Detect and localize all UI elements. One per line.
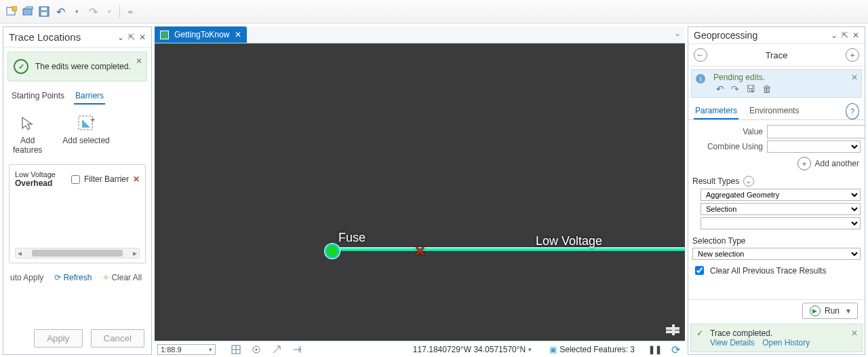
pending-redo-icon[interactable]: ↷ <box>731 83 739 94</box>
run-dropdown-icon[interactable]: ▾ <box>846 306 850 316</box>
trace-locations-pane: Trace Locations ⌄ ⇱ ✕ ✓ The edits were c… <box>3 26 152 355</box>
result-type-row-3 <box>692 217 861 229</box>
play-icon: ▶ <box>810 305 821 316</box>
tabstrip-collapse-icon[interactable]: ⌄ <box>674 29 681 38</box>
pause-draw-icon[interactable]: ❚❚ <box>648 343 662 356</box>
map-tab-swatch-icon <box>160 31 169 39</box>
chevron-down-icon[interactable]: ⌄ <box>743 176 754 187</box>
pending-undo-icon[interactable]: ↶ <box>716 83 724 94</box>
tab-barriers[interactable]: Barriers <box>74 88 105 105</box>
coords-dropdown-icon[interactable]: ▾ <box>528 346 532 353</box>
barrier-actions: uto Apply ⟳ Refresh ✧ Clear All <box>3 267 151 288</box>
combine-select[interactable] <box>767 140 861 153</box>
tab-starting-points[interactable]: Starting Points <box>10 88 66 105</box>
value-input[interactable] <box>767 125 865 138</box>
clear-all-button[interactable]: ✧ Clear All <box>102 273 142 282</box>
chevron-down-icon[interactable]: ⌄ <box>117 33 124 42</box>
pin-icon[interactable]: ⇱ <box>128 33 135 42</box>
cancel-button[interactable]: Cancel <box>91 329 145 347</box>
snap-point-icon[interactable] <box>250 343 263 356</box>
redo-icon[interactable]: ↷ <box>87 5 99 18</box>
run-button[interactable]: ▶ Run ▾ <box>802 303 858 319</box>
selected-features[interactable]: ▣ Selected Features: 3 <box>549 345 635 354</box>
close-icon[interactable]: ✕ <box>852 31 859 40</box>
new-project-icon[interactable] <box>5 5 18 18</box>
add-icon: ＋ <box>797 157 811 170</box>
map-canvas[interactable]: Fuse Low Voltage Meter ✕ <box>155 43 685 341</box>
basemap-icon[interactable] <box>666 324 679 335</box>
h-scrollbar[interactable]: ◂ ▸ <box>15 248 140 259</box>
pending-save-icon[interactable]: 🖫 <box>746 83 755 94</box>
tab-environments[interactable]: Environments <box>748 103 800 119</box>
back-icon[interactable]: ← <box>694 48 707 62</box>
barrier-row[interactable]: Low Voltage Overhead Filter Barrier ✕ <box>14 169 141 189</box>
result-types-header[interactable]: Result Types ⌄ <box>692 176 861 187</box>
undo-dropdown-icon[interactable]: ▾ <box>71 5 83 18</box>
low-voltage-label: Low Voltage <box>536 234 602 248</box>
gp-tool-name: Trace <box>707 50 846 60</box>
done-close-icon[interactable]: ✕ <box>851 328 858 338</box>
map-tab-close-icon[interactable]: ✕ <box>235 30 241 39</box>
chevron-down-icon[interactable]: ⌄ <box>831 31 837 40</box>
add-selected-tool[interactable]: + Add selected <box>62 114 109 155</box>
pending-message: Pending edits. <box>713 73 856 82</box>
qat-customize-icon[interactable]: ≂ <box>124 5 136 18</box>
selection-type-select[interactable]: New selection <box>692 248 861 260</box>
barrier-list: Low Voltage Overhead Filter Barrier ✕ ◂ … <box>9 164 146 263</box>
barrier-name: Low Voltage Overhead <box>15 170 67 188</box>
map-view: GettingToKnow ✕ ⌄ Fuse Low Voltage Meter… <box>155 26 685 357</box>
coordinates-display[interactable]: 117.1840729°W 34.0571570°N ▾ <box>413 345 532 354</box>
open-project-icon[interactable] <box>22 5 34 18</box>
redo-dropdown-icon[interactable]: ▾ <box>103 5 115 18</box>
svg-rect-6 <box>41 7 47 10</box>
banner-close-icon[interactable]: ✕ <box>136 56 142 66</box>
inference-icon[interactable] <box>270 343 283 356</box>
pane-title: Trace Locations <box>9 31 81 43</box>
pending-edits-banner: i Pending edits. ↶ ↷ 🖫 🗑 ✕ <box>691 69 862 98</box>
pin-icon[interactable]: ⇱ <box>842 31 848 40</box>
fuse-point-icon[interactable] <box>325 244 340 259</box>
barrier-point-icon[interactable]: ✕ <box>414 243 426 259</box>
pending-close-icon[interactable]: ✕ <box>851 73 858 82</box>
add-features-tool[interactable]: Add features <box>13 114 42 155</box>
refresh-map-icon[interactable]: ⟳ <box>669 343 682 356</box>
pane-header: Trace Locations ⌄ ⇱ ✕ <box>3 27 151 48</box>
scroll-thumb[interactable] <box>32 250 123 257</box>
close-icon[interactable]: ✕ <box>139 33 146 42</box>
edits-completed-banner: ✓ The edits were completed. ✕ <box>7 52 147 81</box>
gp-tool-header: ← Trace ＋ <box>688 44 865 67</box>
map-tab-label: GettingToKnow <box>174 30 229 39</box>
result-type-select-3[interactable] <box>701 217 861 229</box>
refresh-button[interactable]: ⟳ Refresh <box>54 273 92 282</box>
correction-icon[interactable] <box>290 343 304 356</box>
svg-rect-1 <box>12 6 17 11</box>
add-another-button[interactable]: ＋ Add another <box>694 157 859 170</box>
remove-barrier-icon[interactable]: ✕ <box>133 174 140 184</box>
add-selected-label: Add selected <box>62 136 109 145</box>
save-project-icon[interactable] <box>38 5 50 18</box>
filter-barrier-checkbox[interactable] <box>71 175 80 184</box>
map-tabstrip: GettingToKnow ✕ ⌄ <box>155 26 685 43</box>
view-details-link[interactable]: View Details <box>710 338 755 347</box>
scale-dropdown-icon[interactable]: ▾ <box>209 346 212 353</box>
svg-rect-2 <box>23 9 32 15</box>
svg-rect-5 <box>41 12 47 16</box>
result-type-select-2[interactable]: Selection <box>701 203 861 215</box>
apply-button[interactable]: Apply <box>34 329 82 347</box>
add-tool-icon[interactable]: ＋ <box>846 48 859 62</box>
clear-previous-checkbox[interactable] <box>695 266 704 275</box>
help-icon[interactable]: ? <box>846 103 859 119</box>
success-check-icon: ✓ <box>696 328 703 338</box>
scroll-right-icon[interactable]: ▸ <box>131 248 139 258</box>
selection-type-label: Selection Type <box>692 236 861 246</box>
tab-parameters[interactable]: Parameters <box>694 103 738 119</box>
undo-icon[interactable]: ↶ <box>54 5 66 18</box>
result-type-row-1: Aggregated Geometry <box>692 189 861 201</box>
pending-discard-icon[interactable]: 🗑 <box>762 83 772 94</box>
scroll-left-icon[interactable]: ◂ <box>16 248 24 258</box>
map-tab[interactable]: GettingToKnow ✕ <box>155 26 247 43</box>
snap-grid-icon[interactable] <box>229 343 243 356</box>
open-history-link[interactable]: Open History <box>762 338 810 347</box>
scale-input[interactable]: 1:88.9 ▾ <box>157 344 216 355</box>
result-type-select-1[interactable]: Aggregated Geometry <box>701 189 861 201</box>
